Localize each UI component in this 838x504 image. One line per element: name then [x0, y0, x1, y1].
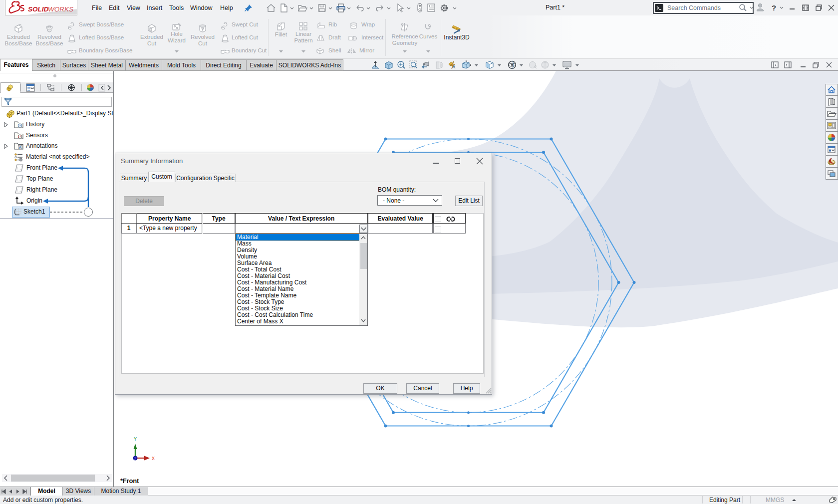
svg-text:X: X: [152, 456, 155, 462]
svg-text:A: A: [452, 64, 456, 69]
svg-text:Z: Z: [134, 457, 136, 462]
svg-text:A: A: [19, 145, 22, 150]
svg-text:Y: Y: [134, 437, 137, 442]
svg-text:WORKS: WORKS: [48, 5, 73, 13]
svg-text:?: ?: [772, 3, 776, 12]
svg-text:SOLID: SOLID: [28, 5, 49, 13]
